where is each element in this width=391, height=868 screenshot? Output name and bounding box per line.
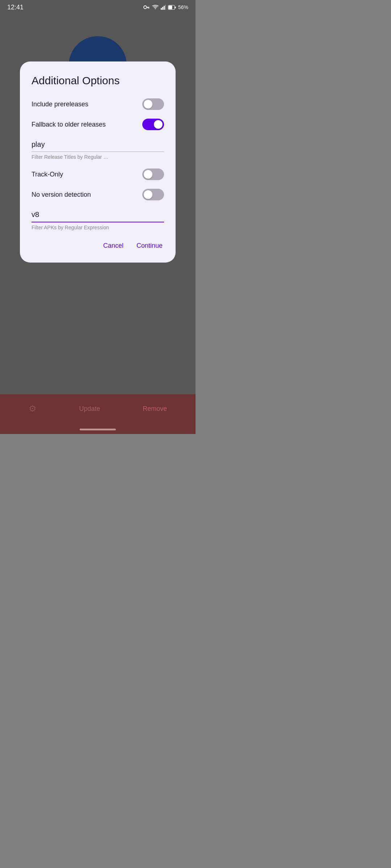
status-time: 12:41 bbox=[7, 4, 24, 11]
filter-titles-input[interactable] bbox=[31, 139, 164, 152]
no-version-toggle[interactable] bbox=[142, 189, 164, 200]
svg-rect-11 bbox=[168, 5, 172, 9]
include-prereleases-thumb bbox=[144, 100, 152, 109]
continue-button[interactable]: Continue bbox=[135, 239, 164, 252]
fallback-older-toggle[interactable] bbox=[142, 119, 164, 130]
filter-apks-input[interactable] bbox=[31, 209, 164, 222]
svg-rect-2 bbox=[148, 8, 149, 9]
wifi-icon bbox=[152, 5, 159, 10]
battery-icon bbox=[168, 5, 176, 10]
svg-rect-3 bbox=[147, 8, 148, 8]
no-version-label: No version detection bbox=[31, 191, 91, 199]
fallback-older-row: Fallback to older releases bbox=[31, 119, 164, 130]
svg-rect-10 bbox=[175, 7, 176, 8]
update-button[interactable]: Update bbox=[79, 405, 100, 413]
svg-rect-8 bbox=[165, 5, 166, 10]
include-prereleases-toggle[interactable] bbox=[142, 98, 164, 110]
filter-titles-hint: Filter Release Titles by Regular … bbox=[31, 154, 164, 160]
svg-point-0 bbox=[144, 6, 147, 9]
filter-titles-section: Filter Release Titles by Regular … bbox=[31, 139, 164, 160]
dialog: Additional Options Include prereleases F… bbox=[20, 61, 176, 263]
filter-apks-section: Filter APKs by Regular Expression bbox=[31, 209, 164, 230]
signal-icon bbox=[161, 5, 166, 10]
home-indicator bbox=[80, 429, 116, 430]
filter-apks-hint: Filter APKs by Regular Expression bbox=[31, 225, 164, 230]
dialog-title: Additional Options bbox=[31, 75, 164, 87]
include-prereleases-label: Include prereleases bbox=[31, 101, 88, 108]
svg-rect-1 bbox=[146, 7, 149, 8]
status-bar: 12:41 56% bbox=[0, 0, 196, 14]
battery-percent: 56% bbox=[178, 4, 188, 10]
no-version-thumb bbox=[144, 190, 152, 199]
svg-rect-5 bbox=[161, 8, 162, 10]
track-only-row: Track-Only bbox=[31, 169, 164, 180]
include-prereleases-row: Include prereleases bbox=[31, 98, 164, 110]
track-only-toggle[interactable] bbox=[142, 169, 164, 180]
track-only-thumb bbox=[144, 170, 152, 179]
svg-rect-7 bbox=[164, 6, 165, 10]
fallback-older-thumb bbox=[154, 120, 163, 129]
track-only-label: Track-Only bbox=[31, 171, 63, 178]
remove-button[interactable]: Remove bbox=[143, 405, 167, 413]
cancel-button[interactable]: Cancel bbox=[102, 239, 125, 252]
svg-point-4 bbox=[155, 8, 156, 9]
no-version-row: No version detection bbox=[31, 189, 164, 200]
status-icons: 56% bbox=[143, 4, 188, 10]
bottom-bar: ⚙ Update Remove bbox=[0, 394, 196, 434]
dialog-actions: Cancel Continue bbox=[31, 239, 164, 252]
fallback-older-label: Fallback to older releases bbox=[31, 121, 106, 128]
settings-icon[interactable]: ⚙ bbox=[29, 404, 37, 414]
svg-rect-6 bbox=[162, 7, 163, 10]
key-icon bbox=[143, 5, 150, 10]
